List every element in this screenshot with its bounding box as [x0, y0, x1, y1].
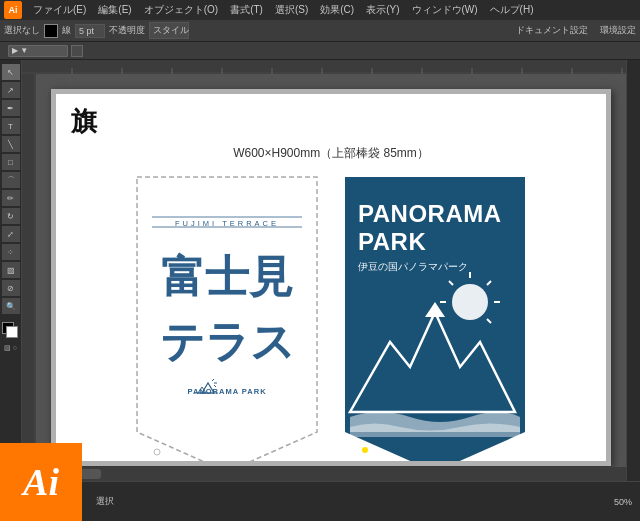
menu-file[interactable]: ファイル(E) — [28, 3, 91, 17]
select-tool[interactable]: ↖ — [2, 64, 20, 80]
svg-rect-40 — [36, 467, 626, 481]
svg-text:テラス: テラス — [160, 318, 295, 367]
banner-white: FUJIMI TERRACE 富士見 テラス — [132, 172, 322, 461]
ruler-horizontal — [22, 60, 626, 74]
env-settings[interactable]: 環境設定 — [600, 24, 636, 37]
scrollbar-horizontal[interactable] — [36, 467, 626, 481]
canvas-area[interactable]: 旗 W600×H900mm（上部棒袋 85mm） FUJIMI TERRACE — [36, 74, 626, 481]
svg-point-32 — [452, 284, 488, 320]
status-bar: 選択 50% — [0, 481, 640, 521]
direct-select-tool[interactable]: ↗ — [2, 82, 20, 98]
brush-tool[interactable]: ⌒ — [2, 172, 20, 188]
menu-view[interactable]: 表示(Y) — [361, 3, 404, 17]
ruler-vertical — [22, 74, 36, 481]
svg-text:PARK: PARK — [358, 228, 426, 255]
banner-blue: PANORAMA PARK 伊豆の国パノラマパーク — [340, 172, 530, 461]
zoom-tool[interactable]: 🔍 — [2, 298, 20, 314]
svg-text:PANORAMA PARK: PANORAMA PARK — [187, 387, 266, 396]
nav-dropdown[interactable]: ▶ ▼ — [8, 45, 68, 57]
svg-text:FUJIMI TERRACE: FUJIMI TERRACE — [175, 219, 279, 228]
menu-select[interactable]: 選択(S) — [270, 3, 313, 17]
pen-tool[interactable]: ✒ — [2, 100, 20, 116]
line-tool[interactable]: ╲ — [2, 136, 20, 152]
menu-edit[interactable]: 編集(E) — [93, 3, 136, 17]
svg-rect-14 — [22, 74, 36, 481]
toolbar-main: 選択なし 線 5 pt 不透明度 スタイル ドキュメント設定 環境設定 — [0, 20, 640, 42]
fill-stroke-swatches[interactable] — [2, 322, 20, 338]
scale-tool[interactable]: ⤢ — [2, 226, 20, 242]
menu-help[interactable]: ヘルプ(H) — [485, 3, 539, 17]
mode-icons: ▨ ○ — [4, 344, 17, 352]
pt-input[interactable]: 5 pt — [75, 24, 105, 38]
pencil-tool[interactable]: ✏ — [2, 190, 20, 206]
rotate-tool[interactable]: ↻ — [2, 208, 20, 224]
tools-panel: ↖ ↗ ✒ T ╲ □ ⌒ ✏ ↻ ⤢ ⁘ ▨ ⊘ 🔍 ▨ ○ — [0, 60, 22, 481]
svg-point-39 — [362, 447, 368, 453]
menu-type[interactable]: 書式(T) — [225, 3, 268, 17]
page-title: 旗 — [71, 104, 591, 139]
menu-window[interactable]: ウィンドウ(W) — [407, 3, 483, 17]
menu-effect[interactable]: 効果(C) — [315, 3, 359, 17]
svg-text:PANORAMA: PANORAMA — [358, 200, 502, 227]
gradient-tool[interactable]: ▨ — [2, 262, 20, 278]
dimension-label: W600×H900mm（上部棒袋 85mm） — [71, 145, 591, 162]
ai-logo-large: Ai — [0, 443, 82, 521]
doc-settings[interactable]: ドキュメント設定 — [516, 24, 588, 37]
eyedropper-tool[interactable]: ⊘ — [2, 280, 20, 296]
blend-tool[interactable]: ⁘ — [2, 244, 20, 260]
svg-text:伊豆の国パノラマパーク: 伊豆の国パノラマパーク — [358, 261, 468, 272]
svg-rect-16 — [627, 60, 640, 481]
selection-label: 選択なし — [4, 24, 40, 37]
svg-rect-0 — [22, 60, 626, 74]
ai-logo-menu: Ai — [4, 1, 22, 19]
menu-object[interactable]: オブジェクト(O) — [139, 3, 223, 17]
type-tool[interactable]: T — [2, 118, 20, 134]
status-text: 選択 — [96, 495, 114, 508]
svg-text:富士見: 富士見 — [161, 252, 293, 302]
ai-logo-text: Ai — [23, 460, 59, 504]
zoom-level: 50% — [614, 497, 632, 507]
view-toggle[interactable] — [71, 45, 83, 57]
stroke-swatch[interactable] — [44, 24, 58, 38]
opacity-label: 不透明度 — [109, 24, 145, 37]
right-panel — [626, 60, 640, 481]
menu-bar: Ai ファイル(E) 編集(E) オブジェクト(O) 書式(T) 選択(S) 効… — [0, 0, 640, 20]
banners-row: FUJIMI TERRACE 富士見 テラス — [71, 172, 591, 461]
svg-point-27 — [154, 449, 160, 455]
style-dropdown[interactable]: スタイル — [149, 22, 189, 39]
stroke-label: 線 — [62, 24, 71, 37]
rect-tool[interactable]: □ — [2, 154, 20, 170]
toolbar-sub: ▶ ▼ — [0, 42, 640, 60]
